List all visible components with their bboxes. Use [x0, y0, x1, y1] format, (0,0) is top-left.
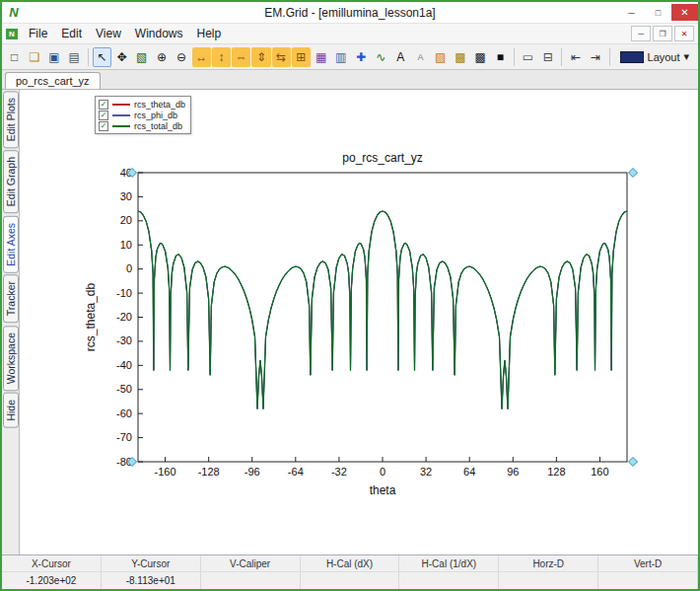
minimize-button[interactable]: ─ — [618, 4, 645, 21]
x-tick-label: 128 — [547, 466, 565, 478]
series-rcs_total_db — [138, 211, 627, 408]
menu-file[interactable]: File — [22, 25, 54, 42]
tab-po_rcs_cart_yz[interactable]: po_rcs_cart_yz — [5, 72, 101, 89]
menu-edit[interactable]: Edit — [54, 25, 89, 42]
toolbar-contour-map-button[interactable]: ▩ — [451, 47, 469, 67]
toolbar-zoom-out-button[interactable]: ⊖ — [173, 47, 191, 67]
tab-bar: po_rcs_cart_yz — [2, 70, 698, 90]
legend-label: rcs_total_db — [134, 121, 182, 131]
toolbar-print-button[interactable]: ▤ — [65, 47, 84, 67]
graph-panel[interactable]: ✓rcs_theta_db✓rcs_phi_db✓rcs_total_db po… — [20, 90, 698, 554]
toolbar-separator — [88, 48, 89, 66]
toolbar-zoom-window-button[interactable]: ▧ — [132, 47, 151, 67]
sidebar-tab-hide[interactable]: Hide — [3, 393, 19, 428]
toolbar-text-small-button[interactable]: A — [411, 47, 430, 67]
toolbar-frame-split-button[interactable]: ⊟ — [538, 47, 557, 67]
toolbar-density-map-button[interactable]: ▩ — [471, 47, 490, 67]
y-tick-label: -30 — [116, 334, 132, 346]
toolbar-grid-minor-button[interactable]: ▥ — [331, 47, 350, 67]
sidebar-tab-edit-graph[interactable]: Edit Graph — [3, 150, 19, 213]
toolbar-expand-x-button[interactable]: ⇔ — [232, 47, 250, 67]
y-tick-label: 0 — [126, 262, 132, 274]
status-value — [301, 572, 400, 589]
toolbar-layout-dropdown[interactable]: Layout▾ — [614, 47, 696, 67]
x-tick-label: 32 — [420, 466, 432, 478]
legend-line-swatch — [112, 104, 130, 106]
toolbar-color-map-button[interactable]: ▨ — [431, 47, 450, 67]
title-bar[interactable]: N EM.Grid - [emillumina_lesson1a] ─ □ ✕ — [2, 2, 698, 23]
legend-entry: ✓rcs_theta_db — [99, 99, 185, 110]
mdi-minimize-button[interactable]: ─ — [631, 26, 651, 41]
legend-line-swatch — [112, 114, 130, 116]
toolbar-pointer-select-button[interactable]: ↖ — [93, 47, 111, 67]
toolbar-layout-label: Layout — [648, 51, 680, 63]
toolbar-pan-hand-button[interactable]: ✥ — [112, 47, 131, 67]
mdi-restore-button[interactable]: ❐ — [653, 26, 672, 41]
sidebar-tab-workspace[interactable]: Workspace — [3, 326, 19, 391]
toolbar-save-button[interactable]: ▣ — [44, 47, 63, 67]
maximize-button[interactable]: □ — [645, 4, 671, 21]
menu-bar: N FileEditViewWindowsHelp ─❐✕ — [2, 23, 698, 43]
toolbar-caliper-right-button[interactable]: ⇥ — [586, 47, 604, 67]
main-area: Edit PlotsEdit GraphEdit AxesTrackerWork… — [2, 90, 698, 554]
y-tick-label: 20 — [120, 214, 132, 226]
toolbar-frame-outline-button[interactable]: ▭ — [519, 47, 537, 67]
y-tick-label: -70 — [116, 431, 132, 443]
x-tick-label: -32 — [331, 466, 347, 478]
x-tick-label: 0 — [380, 466, 385, 478]
plot-corner-handle[interactable] — [629, 169, 638, 178]
x-tick-label: 160 — [591, 466, 608, 478]
mdi-close-button[interactable]: ✕ — [674, 26, 694, 41]
y-tick-label: -10 — [116, 287, 132, 299]
legend-checkbox-rcs_total_db[interactable]: ✓ — [99, 121, 108, 131]
toolbar-zoom-in-button[interactable]: ⊕ — [152, 47, 171, 67]
legend-line-swatch — [112, 125, 130, 127]
app-window: N EM.Grid - [emillumina_lesson1a] ─ □ ✕ … — [0, 0, 700, 591]
x-tick-label: -64 — [288, 466, 304, 478]
toolbar-grid-major-button[interactable]: ▦ — [312, 47, 330, 67]
x-tick-label: -160 — [155, 466, 176, 478]
toolbar-caliper-left-button[interactable]: ⇤ — [566, 47, 585, 67]
menu-items: FileEditViewWindowsHelp — [22, 25, 228, 42]
legend-checkbox-rcs_phi_db[interactable]: ✓ — [99, 111, 108, 120]
legend-label: rcs_theta_db — [134, 100, 185, 110]
chevron-down-icon: ▾ — [684, 50, 690, 63]
sidebar-tab-tracker[interactable]: Tracker — [3, 274, 19, 323]
window-title: EM.Grid - [emillumina_lesson1a] — [2, 6, 698, 20]
toolbar-separator — [514, 48, 515, 66]
menu-windows[interactable]: Windows — [128, 25, 190, 42]
sidebar-tab-edit-axes[interactable]: Edit Axes — [3, 216, 19, 273]
y-tick-label: -40 — [116, 359, 132, 371]
toolbar-autoscale-button[interactable]: ⊞ — [292, 47, 311, 67]
status-bar: X-CursorY-CursorV-CaliperH-Cal (dX)H-Cal… — [2, 554, 698, 589]
toolbar-image-view-button[interactable]: ■ — [491, 47, 510, 67]
window-controls: ─ □ ✕ — [618, 4, 698, 21]
menu-help[interactable]: Help — [190, 25, 229, 42]
plot-legend: ✓rcs_theta_db✓rcs_phi_db✓rcs_total_db — [95, 96, 191, 134]
toolbar-scale-x-button[interactable]: ↔ — [192, 47, 211, 67]
legend-label: rcs_phi_db — [134, 111, 177, 120]
toolbar-scale-y-button[interactable]: ↕ — [212, 47, 231, 67]
plot-corner-handle[interactable] — [629, 458, 638, 467]
y-axis-label: rcs_theta_db — [84, 282, 98, 351]
toolbar-add-trace-button[interactable]: ✚ — [351, 47, 370, 67]
x-tick-label: 96 — [507, 466, 519, 478]
status-value — [499, 572, 598, 589]
toolbar-curve-fit-button[interactable]: ∿ — [372, 47, 390, 67]
toolbar: □❏▣▤↖✥▧⊕⊖↔↕⇔⇕⇆⊞▦▥✚∿AA▨▩▩■▭⊟⇤⇥Layout▾ — [2, 43, 698, 70]
status-value — [598, 572, 698, 589]
status-value: -8.113e+01 — [102, 572, 201, 589]
plot-title: po_rcs_cart_yz — [342, 151, 422, 165]
sidebar-tab-edit-plots[interactable]: Edit Plots — [3, 91, 19, 148]
toolbar-separator — [561, 48, 562, 66]
legend-checkbox-rcs_theta_db[interactable]: ✓ — [99, 100, 108, 110]
menu-view[interactable]: View — [89, 25, 128, 42]
toolbar-new-file-button[interactable]: □ — [5, 47, 24, 67]
toolbar-expand-y-button[interactable]: ⇕ — [251, 47, 270, 67]
toolbar-swap-axes-button[interactable]: ⇆ — [272, 47, 291, 67]
close-button[interactable]: ✕ — [671, 4, 698, 21]
toolbar-text-large-button[interactable]: A — [391, 47, 410, 67]
plot-canvas[interactable]: po_rcs_cart_yzthetarcs_theta_db-160-128-… — [20, 90, 699, 559]
toolbar-open-folder-button[interactable]: ❏ — [25, 47, 43, 67]
status-value — [201, 572, 301, 589]
